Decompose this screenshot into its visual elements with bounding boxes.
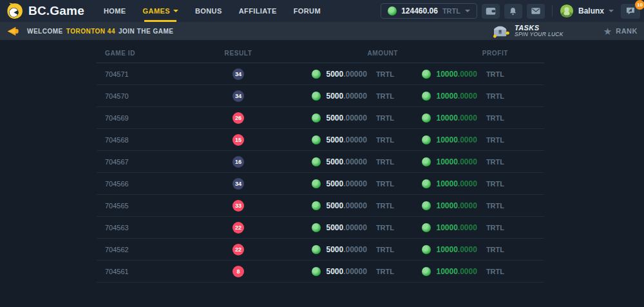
notifications-button[interactable] — [504, 4, 522, 19]
amount-cell: 5000.00000TRTL — [283, 157, 431, 166]
megaphone-icon — [6, 26, 21, 37]
chat-unread-badge: 10 — [635, 0, 644, 10]
amount-decimal: .00000 — [343, 135, 367, 144]
table-row[interactable]: 704569265000.00000TRTL10000.0000TRTL — [97, 107, 544, 129]
amount-integer: 5000 — [326, 92, 343, 101]
main-nav: HOME GAMES BONUS AFFILIATE FORUM — [95, 0, 329, 22]
amount-cell: 5000.00000TRTL — [283, 179, 431, 188]
game-id: 704565 — [97, 202, 193, 210]
amount-decimal: .00000 — [343, 201, 367, 210]
nav-home[interactable]: HOME — [95, 0, 135, 22]
trtl-coin-icon — [422, 70, 431, 79]
amount-currency: TRTL — [376, 70, 394, 78]
amount-currency: TRTL — [376, 136, 394, 144]
profit-decimal: .0000 — [458, 157, 477, 166]
trtl-coin-icon — [312, 245, 321, 254]
result-badge: 26 — [232, 112, 244, 124]
amount-cell: 5000.00000TRTL — [283, 92, 431, 101]
wallet-icon — [485, 6, 497, 16]
divider — [552, 5, 553, 17]
result-badge: 34 — [232, 178, 244, 190]
table-body: 704571345000.00000TRTL10000.0000TRTL7045… — [97, 63, 544, 282]
table-row[interactable]: 704562225000.00000TRTL10000.0000TRTL — [97, 239, 544, 261]
nav-bonus[interactable]: BONUS — [187, 0, 231, 22]
amount-cell: 5000.00000TRTL — [283, 135, 431, 144]
messages-button[interactable] — [527, 4, 545, 19]
amount-currency: TRTL — [376, 158, 394, 166]
rank-label: RANK — [616, 27, 638, 35]
profit-currency: TRTL — [486, 268, 504, 275]
nav-forum[interactable]: FORUM — [285, 0, 329, 22]
profit-currency: TRTL — [486, 70, 504, 78]
table-row[interactable]: 704568155000.00000TRTL10000.0000TRTL — [97, 129, 544, 151]
balance-selector[interactable]: 124460.06 TRTL — [381, 3, 477, 19]
tasks-subtitle: SPIN YOUR LUCK — [515, 32, 564, 38]
chevron-down-icon — [173, 10, 178, 12]
trtl-coin-icon — [422, 245, 431, 254]
trtl-coin-icon — [422, 267, 431, 276]
amount-integer: 5000 — [326, 157, 343, 166]
user-menu[interactable]: Balunx — [560, 4, 614, 18]
profit-cell: 10000.0000TRTL — [431, 157, 544, 166]
table-row[interactable]: 704570345000.00000TRTL10000.0000TRTL — [97, 85, 544, 107]
brand-logo[interactable]: BC.Game — [0, 0, 95, 22]
profit-currency: TRTL — [486, 180, 504, 188]
trtl-coin-icon — [422, 135, 431, 144]
trtl-coin-icon — [312, 201, 321, 210]
chat-button[interactable]: 10 — [621, 4, 640, 19]
result-badge: 22 — [232, 244, 244, 255]
rank-widget[interactable]: ★ RANK — [603, 26, 638, 36]
trtl-coin-icon — [422, 157, 431, 166]
table-row[interactable]: 704566345000.00000TRTL10000.0000TRTL — [97, 173, 544, 195]
announcement-text: WELCOME TORONTON 44 JOIN THE GAME — [27, 28, 173, 35]
amount-integer: 5000 — [326, 201, 343, 210]
profit-integer: 10000 — [436, 223, 457, 232]
profit-cell: 10000.0000TRTL — [431, 201, 544, 210]
profit-integer: 10000 — [436, 157, 457, 166]
result-badge: 15 — [232, 134, 244, 146]
trtl-coin-icon — [388, 6, 397, 15]
trtl-coin-icon — [312, 223, 321, 232]
table-row[interactable]: 704565335000.00000TRTL10000.0000TRTL — [97, 195, 544, 217]
profit-integer: 10000 — [436, 114, 457, 123]
amount-currency: TRTL — [376, 202, 394, 210]
game-id: 704567 — [97, 158, 193, 166]
amount-decimal: .00000 — [343, 114, 367, 123]
result-badge: 8 — [232, 266, 244, 277]
amount-decimal: .00000 — [343, 267, 367, 276]
result-badge: 34 — [232, 90, 244, 102]
profit-integer: 10000 — [436, 92, 457, 101]
bell-icon — [508, 6, 518, 16]
result-badge: 22 — [232, 222, 244, 233]
amount-cell: 5000.00000TRTL — [283, 114, 431, 123]
bets-table: GAME ID RESULT AMOUNT PROFIT 70457134500… — [97, 44, 544, 282]
profit-cell: 10000.0000TRTL — [431, 179, 544, 188]
nav-affiliate[interactable]: AFFILIATE — [231, 0, 285, 22]
balance-amount: 124460.06 — [401, 6, 438, 15]
trtl-coin-icon — [422, 179, 431, 188]
welcome-suffix: JOIN THE GAME — [118, 28, 173, 35]
star-icon: ★ — [603, 26, 612, 36]
treasure-chest-icon — [492, 24, 510, 38]
nav-games[interactable]: GAMES — [135, 0, 187, 22]
game-id: 704566 — [97, 180, 193, 188]
game-id: 704568 — [97, 136, 193, 144]
table-row[interactable]: 704563225000.00000TRTL10000.0000TRTL — [97, 217, 544, 239]
amount-decimal: .00000 — [343, 92, 367, 101]
trtl-coin-icon — [422, 92, 431, 101]
amount-cell: 5000.00000TRTL — [283, 245, 431, 254]
table-row[interactable]: 704567165000.00000TRTL10000.0000TRTL — [97, 151, 544, 173]
amount-decimal: .00000 — [343, 157, 367, 166]
table-row[interactable]: 70456185000.00000TRTL10000.0000TRTL — [97, 261, 544, 282]
amount-cell: 5000.00000TRTL — [283, 223, 431, 232]
tasks-widget[interactable]: TASKS SPIN YOUR LUCK — [492, 24, 564, 38]
amount-integer: 5000 — [326, 179, 343, 188]
amount-decimal: .00000 — [343, 70, 367, 79]
profit-integer: 10000 — [436, 70, 457, 79]
table-row[interactable]: 704571345000.00000TRTL10000.0000TRTL — [97, 63, 544, 85]
profit-decimal: .0000 — [458, 92, 477, 101]
result-badge: 16 — [232, 156, 244, 168]
profit-currency: TRTL — [486, 114, 504, 122]
wallet-button[interactable] — [482, 4, 500, 19]
amount-cell: 5000.00000TRTL — [283, 70, 431, 79]
